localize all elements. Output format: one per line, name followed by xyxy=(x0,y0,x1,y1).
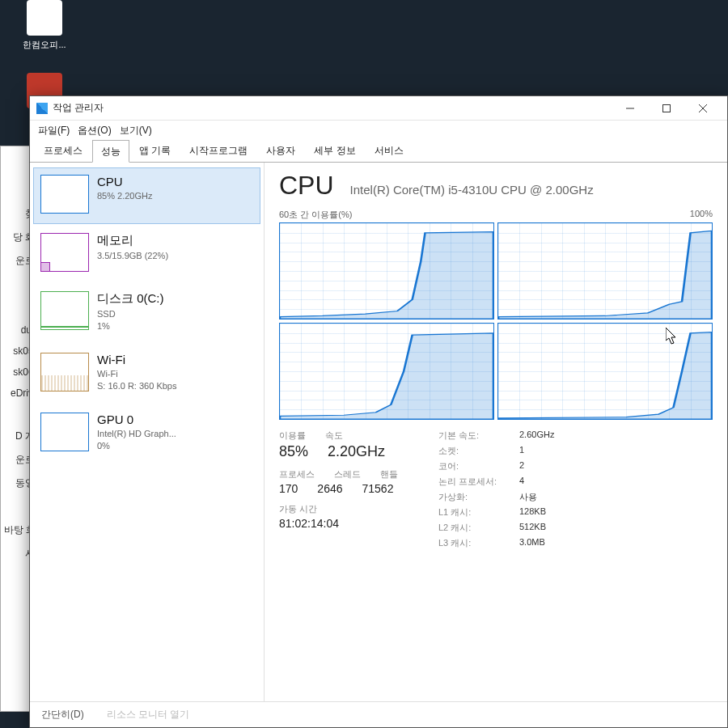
spec-label: 가상화: xyxy=(438,491,519,503)
stat-value-uptime: 81:02:14:04 xyxy=(279,517,339,530)
spec-label: 소켓: xyxy=(438,445,519,457)
sidebar-item-disk[interactable]: 디스크 0(C:) SSD 1% xyxy=(33,284,260,344)
cpu-mini-chart xyxy=(40,175,89,214)
spec-label: 기본 속도: xyxy=(438,430,519,442)
graph-label-right: 100% xyxy=(690,209,713,221)
cpu-graph-0 xyxy=(279,222,494,320)
spec-value: 4 xyxy=(519,476,524,488)
main-heading: CPU xyxy=(279,171,334,201)
taskmgr-icon xyxy=(36,103,48,114)
spec-value: 사용 xyxy=(519,491,537,503)
sidebar-title: CPU xyxy=(97,175,253,188)
cpu-model: Intel(R) Core(TM) i5-4310U CPU @ 2.00GHz xyxy=(350,183,594,197)
cpu-graph-3 xyxy=(497,323,713,420)
sidebar-title: 디스크 0(C:) xyxy=(97,291,253,307)
tab-details[interactable]: 세부 정보 xyxy=(305,139,364,162)
sidebar-sub: SSD xyxy=(97,308,253,320)
memory-mini-chart xyxy=(40,233,89,272)
desktop-icon[interactable]: 한컴오피... xyxy=(16,0,73,51)
window-title: 작업 관리자 xyxy=(53,101,104,115)
titlebar[interactable]: 작업 관리자 xyxy=(30,96,727,121)
stat-label: 스레드 xyxy=(334,468,361,480)
sidebar-title: GPU 0 xyxy=(97,413,253,426)
tab-apphistory[interactable]: 앱 기록 xyxy=(130,139,180,162)
sidebar-title: Wi-Fi xyxy=(97,353,253,366)
menu-view[interactable]: 보기(V) xyxy=(120,124,152,138)
gpu-mini-chart xyxy=(40,413,89,451)
sidebar-item-gpu[interactable]: GPU 0 Intel(R) HD Graph... 0% xyxy=(33,405,260,463)
tab-users[interactable]: 사용자 xyxy=(257,139,304,162)
sidebar-sub: Wi-Fi xyxy=(97,368,253,380)
spec-value: 1 xyxy=(519,445,524,457)
cpu-graph-1 xyxy=(497,222,713,320)
stat-value-speed: 2.20GHz xyxy=(328,443,385,460)
stat-value-threads: 2646 xyxy=(317,482,342,495)
tab-startup[interactable]: 시작프로그램 xyxy=(180,139,256,162)
graph-label-left: 60초 간 이용률(%) xyxy=(279,209,352,221)
menu-options[interactable]: 옵션(O) xyxy=(78,124,111,138)
svg-marker-5 xyxy=(498,231,712,319)
maximize-button[interactable] xyxy=(648,97,684,120)
tab-performance[interactable]: 성능 xyxy=(92,140,129,163)
sidebar-item-cpu[interactable]: CPU 85% 2.20GHz xyxy=(33,167,260,224)
svg-marker-7 xyxy=(498,332,712,419)
stat-value-handles: 71562 xyxy=(362,482,394,495)
minimize-button[interactable] xyxy=(612,97,648,120)
sidebar-sub: 85% 2.20GHz xyxy=(97,190,253,202)
footer: 간단히(D) 리소스 모니터 열기 xyxy=(30,701,727,727)
sidebar-sub: 3.5/15.9GB (22%) xyxy=(97,250,253,262)
fewer-details-button[interactable]: 간단히(D) xyxy=(41,708,84,722)
sidebar-sub: Intel(R) HD Graph... xyxy=(97,428,253,440)
spec-value: 512KB xyxy=(519,522,546,534)
svg-marker-6 xyxy=(280,333,493,419)
spec-value: 2 xyxy=(519,460,524,472)
perf-main: CPU Intel(R) Core(TM) i5-4310U CPU @ 2.0… xyxy=(265,163,727,701)
stat-value-util: 85% xyxy=(279,443,308,460)
spec-value: 2.60GHz xyxy=(519,430,554,442)
stat-label: 이용률 xyxy=(279,430,306,442)
cpu-graph-grid[interactable] xyxy=(279,222,713,420)
task-manager-window: 작업 관리자 파일(F) 옵션(O) 보기(V) 프로세스 성능 앱 기록 시작… xyxy=(29,95,728,728)
sidebar-sub: S: 16.0 R: 360 Kbps xyxy=(97,380,253,392)
menu-file[interactable]: 파일(F) xyxy=(38,124,70,138)
spec-label: 코어: xyxy=(438,460,519,472)
resource-monitor-link[interactable]: 리소스 모니터 열기 xyxy=(107,708,190,722)
stat-label: 가동 시간 xyxy=(279,503,317,515)
stat-label: 속도 xyxy=(325,430,343,442)
menubar: 파일(F) 옵션(O) 보기(V) xyxy=(30,121,727,140)
tab-processes[interactable]: 프로세스 xyxy=(35,139,91,162)
spec-label: L3 캐시: xyxy=(438,537,519,549)
spec-value: 3.0MB xyxy=(519,537,545,549)
svg-rect-1 xyxy=(662,104,670,112)
sidebar-item-memory[interactable]: 메모리 3.5/15.9GB (22%) xyxy=(33,226,260,282)
sidebar-sub: 1% xyxy=(97,320,253,332)
sidebar-title: 메모리 xyxy=(97,233,253,248)
stat-value-procs: 170 xyxy=(279,482,298,495)
svg-marker-4 xyxy=(280,232,493,319)
tabs: 프로세스 성능 앱 기록 시작프로그램 사용자 세부 정보 서비스 xyxy=(30,140,727,163)
cpu-graph-2 xyxy=(279,323,494,420)
stat-label: 핸들 xyxy=(380,468,398,480)
tab-services[interactable]: 서비스 xyxy=(366,139,413,162)
spec-label: L2 캐시: xyxy=(438,522,519,534)
icon-label: 한컴오피... xyxy=(23,40,66,49)
disk-mini-chart xyxy=(40,291,89,330)
wifi-mini-chart xyxy=(40,353,89,392)
close-button[interactable] xyxy=(684,97,721,120)
spec-label: L1 캐시: xyxy=(438,506,519,518)
sidebar-item-wifi[interactable]: Wi-Fi Wi-Fi S: 16.0 R: 360 Kbps xyxy=(33,345,260,404)
sidebar-sub: 0% xyxy=(97,440,253,452)
app-icon xyxy=(27,0,62,36)
spec-value: 128KB xyxy=(519,506,546,518)
stat-label: 프로세스 xyxy=(279,468,315,480)
perf-sidebar: CPU 85% 2.20GHz 메모리 3.5/15.9GB (22%) 디스크… xyxy=(30,163,265,701)
spec-label: 논리 프로세서: xyxy=(438,476,519,488)
